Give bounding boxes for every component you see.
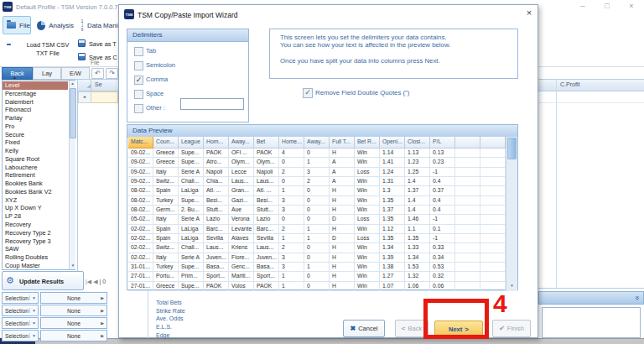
- preview-column-header[interactable]: Home...: [279, 137, 304, 149]
- grid-new-row-value-cell[interactable]: [91, 91, 118, 103]
- selection-dropdown[interactable]: Selection▼: [2, 305, 39, 316]
- minimize-button[interactable]: –: [573, 1, 593, 12]
- right-panel-header[interactable]: »: [538, 291, 644, 305]
- sidebar-item[interactable]: Percentage: [3, 90, 68, 98]
- preview-row[interactable]: 09-02...Switz...Chall...Chia...Laus...La…: [128, 177, 506, 186]
- sidebar-item[interactable]: XYZ: [3, 196, 68, 205]
- preview-row[interactable]: 09-02...GreeceSupe...PAOKOFI ...PAOK40HW…: [128, 149, 506, 158]
- preview-scroll-thumb[interactable]: [507, 138, 517, 159]
- sidebar-item[interactable]: Secure: [3, 131, 68, 139]
- preview-scroll-down-icon[interactable]: ▼: [506, 282, 517, 290]
- preview-row[interactable]: 02-02...Switz...Chall...Laus...KriensLau…: [128, 243, 506, 253]
- preview-column-header[interactable]: Closi...: [405, 137, 430, 149]
- grid-select-column-header[interactable]: Se: [95, 81, 102, 87]
- preview-column-header[interactable]: Hom...: [204, 137, 229, 149]
- preview-row[interactable]: 27-01...Portu...Prim...Sport...Mariti...…: [128, 272, 506, 281]
- save-as-txt-button[interactable]: Save as T: [78, 39, 118, 49]
- sidebar-item[interactable]: Up X Down Y: [3, 204, 68, 212]
- preview-row[interactable]: 02-02...ItalySerie AJuven...Fiore...Juve…: [128, 253, 506, 263]
- preview-column-header[interactable]: Coun...: [153, 137, 179, 149]
- preview-scrollbar[interactable]: ▼: [506, 137, 517, 291]
- selection-dropdown[interactable]: Selection▼: [2, 317, 39, 329]
- preview-column-header[interactable]: Openi...: [380, 137, 405, 149]
- preview-row[interactable]: 09-02...GreeceSupe...Atro...Olym...Olym.…: [128, 158, 506, 167]
- preview-column-header[interactable]: League: [179, 137, 204, 149]
- pager-first-icon[interactable]: |◀: [86, 279, 91, 284]
- update-results-button[interactable]: ⚙ Update Results: [2, 271, 84, 290]
- sidebar-item[interactable]: Labouchere: [3, 164, 68, 172]
- preview-row[interactable]: 08-02...SpainLaLigaAtl. ...Gran...Atl. .…: [128, 186, 506, 195]
- tab-file[interactable]: File: [3, 16, 31, 34]
- selection-value-dropdown[interactable]: None▶: [40, 292, 107, 304]
- staking-plan-listbox[interactable]: LevelPercentageDalembertFibonacciParlayP…: [2, 80, 75, 270]
- load-tsm-csv-button[interactable]: Load TSM CSV TXT File: [3, 38, 75, 64]
- preview-row[interactable]: 27-01...GreeceSupe...PAOKVolosPAOK10HWin…: [128, 282, 506, 291]
- sidebar-item[interactable]: Coup Master: [3, 262, 68, 270]
- grid-cprofit-column-header[interactable]: C.Profit: [560, 81, 579, 87]
- preview-table[interactable]: Matc...Coun...LeagueHom...Away...BetHome…: [128, 137, 506, 291]
- dialog-close-icon[interactable]: ×: [523, 8, 535, 19]
- grid-corner-cell[interactable]: ◢: [78, 79, 91, 91]
- preview-row[interactable]: 08-02...Germ...2. Bu...Stutt...AueStutt.…: [128, 206, 506, 215]
- sidebar-item[interactable]: LP 28: [3, 212, 68, 221]
- preview-row[interactable]: 05-02...ItalySerie ALazioVeronaLazio00DL…: [128, 215, 506, 224]
- preview-column-header[interactable]: Away...: [304, 137, 330, 149]
- redo-button[interactable]: ↷: [106, 68, 118, 79]
- sidebar-item[interactable]: Retirement: [3, 171, 68, 180]
- sidebar-item[interactable]: SAW: [3, 245, 68, 253]
- sidebar-item[interactable]: Fibonacci: [3, 106, 68, 114]
- preview-column-header[interactable]: Bet: [254, 137, 279, 149]
- preview-column-header[interactable]: Bet R...: [355, 137, 380, 149]
- remove-quotes-checkbox[interactable]: ✓ Remove Field Double Quotes ("): [303, 88, 496, 98]
- other-delimiter-input[interactable]: [180, 98, 244, 110]
- scroll-down-icon[interactable]: ▼: [70, 263, 76, 269]
- maximize-button[interactable]: □: [597, 1, 617, 12]
- scroll-thumb[interactable]: [70, 88, 76, 138]
- pager[interactable]: |◀ ◀ | 0: [86, 279, 119, 289]
- sidebar-item[interactable]: Square Root: [3, 155, 68, 164]
- sidebar-item[interactable]: Level: [3, 81, 68, 90]
- selection-dropdown[interactable]: Selection▼: [2, 330, 39, 341]
- selection-dropdown[interactable]: Selection▼: [2, 292, 39, 304]
- sidebar-item[interactable]: Bookies Bank: [3, 180, 68, 188]
- selection-value-dropdown[interactable]: None▶: [40, 305, 107, 316]
- sidebar-tab-ew[interactable]: E/W: [61, 67, 90, 80]
- sidebar-item[interactable]: Recovery Type 2: [3, 229, 68, 237]
- sidebar-item[interactable]: Recovery Type 3: [3, 237, 68, 246]
- collapse-chevron-icon[interactable]: »: [632, 295, 641, 300]
- sidebar-item[interactable]: Pro: [3, 122, 68, 131]
- cancel-button[interactable]: ✖ Cancel: [343, 320, 385, 337]
- pager-prev-icon[interactable]: ◀: [93, 279, 97, 284]
- sidebar-item[interactable]: Fixed: [3, 138, 68, 147]
- preview-column-header[interactable]: Matc...: [128, 137, 153, 149]
- close-button[interactable]: ×: [621, 1, 641, 12]
- preview-row[interactable]: 02-02...SpainLaLigaBarc...LevanteBarc...…: [128, 225, 506, 234]
- sidebar-item[interactable]: Bookies Bank V2: [3, 188, 68, 196]
- finish-button[interactable]: ✔ Finish: [492, 320, 531, 337]
- preview-row[interactable]: 02-02...SpainLaLigaSevillaAlavesSevilla1…: [128, 234, 506, 243]
- delimiter-option-semicolon[interactable]: Semicolon: [134, 61, 243, 70]
- sidebar-tab-back[interactable]: Back: [2, 67, 33, 80]
- selection-value-dropdown[interactable]: None▶: [40, 317, 107, 329]
- selection-value-dropdown[interactable]: None▶: [40, 330, 107, 341]
- sidebar-item[interactable]: Rolling Doubles: [3, 253, 68, 262]
- sidebar-item[interactable]: Parlay: [3, 114, 68, 122]
- sidebar-item[interactable]: Recovery: [3, 221, 68, 229]
- preview-row[interactable]: 09-02...ItalySerie ANapoliLecceNapoli23A…: [128, 168, 506, 177]
- delimiter-option-tab[interactable]: Tab: [134, 47, 243, 56]
- preview-column-header[interactable]: [455, 137, 480, 149]
- tab-analysis[interactable]: Analysis: [33, 16, 75, 34]
- undo-button[interactable]: ↶: [91, 68, 104, 79]
- sidebar-tab-lay[interactable]: Lay: [33, 67, 61, 80]
- delimiter-option-comma[interactable]: ✓Comma: [134, 76, 243, 85]
- preview-column-header[interactable]: Full T...: [330, 137, 355, 149]
- scroll-up-icon[interactable]: ▲: [70, 81, 75, 87]
- preview-row[interactable]: 31-01...TurkeySupe...Basa...Genc...Basa.…: [128, 263, 506, 272]
- sidebar-item[interactable]: Kelly: [3, 147, 68, 155]
- sidebar-item[interactable]: Dalembert: [3, 98, 68, 107]
- preview-row[interactable]: 08-02...TurkeySupe...Besi...Gazi...Besi.…: [128, 196, 506, 206]
- preview-column-header[interactable]: Away...: [229, 137, 254, 149]
- preview-column-header[interactable]: [480, 137, 506, 149]
- list-scrollbar[interactable]: ▲ ▼: [69, 81, 75, 269]
- preview-column-header[interactable]: P/L: [430, 137, 455, 149]
